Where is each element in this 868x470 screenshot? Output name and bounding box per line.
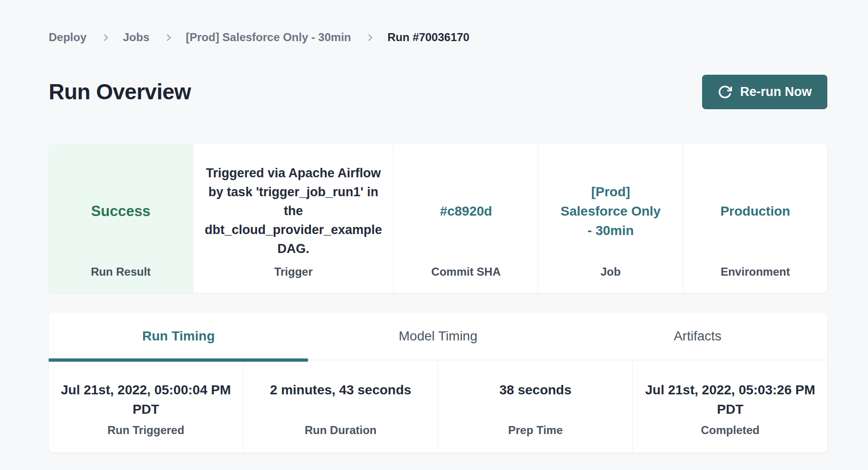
- commit-sha-link[interactable]: #c8920d: [440, 201, 492, 221]
- environment-card: Production Environment: [683, 144, 827, 293]
- run-triggered-label: Run Triggered: [107, 424, 184, 437]
- refresh-icon: [718, 85, 732, 99]
- breadcrumb-job-name[interactable]: [Prod] Salesforce Only - 30min: [186, 31, 351, 44]
- tab-model-timing[interactable]: Model Timing: [308, 313, 568, 360]
- rerun-now-button[interactable]: Re-run Now: [702, 75, 828, 109]
- prep-time-value: 38 seconds: [499, 380, 572, 400]
- page-content: Deploy Jobs [Prod] Salesforce Only - 30m…: [49, 30, 827, 453]
- completed-value: Jul 21st, 2022, 05:03:26 PM PDT: [642, 380, 818, 419]
- run-timing-panel: Jul 21st, 2022, 05:00:04 PM PDT Run Trig…: [49, 360, 827, 452]
- run-duration-cell: 2 minutes, 43 seconds Run Duration: [243, 360, 438, 452]
- run-triggered-value: Jul 21st, 2022, 05:00:04 PM PDT: [58, 380, 234, 419]
- tab-artifacts[interactable]: Artifacts: [568, 313, 827, 360]
- title-row: Run Overview Re-run Now: [49, 70, 827, 113]
- trigger-card: Triggered via Apache Airflow by task 'tr…: [193, 144, 393, 293]
- chevron-right-icon: [164, 34, 172, 41]
- breadcrumb-deploy[interactable]: Deploy: [49, 31, 87, 44]
- tab-run-timing[interactable]: Run Timing: [49, 313, 308, 360]
- prep-time-label: Prep Time: [508, 424, 563, 437]
- completed-cell: Jul 21st, 2022, 05:03:26 PM PDT Complete…: [633, 360, 827, 452]
- job-label: Job: [600, 265, 621, 279]
- job-link[interactable]: [Prod] Salesforce Only - 30min: [560, 182, 662, 240]
- trigger-value: Triggered via Apache Airflow by task 'tr…: [202, 164, 385, 258]
- job-card: [Prod] Salesforce Only - 30min Job: [538, 144, 683, 293]
- environment-label: Environment: [720, 265, 790, 279]
- run-details-card: Run Timing Model Timing Artifacts Jul 21…: [49, 313, 827, 453]
- breadcrumb-run-number: Run #70036170: [387, 31, 469, 44]
- prep-time-cell: 38 seconds Prep Time: [438, 360, 633, 452]
- tab-bar: Run Timing Model Timing Artifacts: [49, 313, 827, 360]
- run-duration-label: Run Duration: [305, 424, 377, 437]
- run-overview-page: Deploy Jobs [Prod] Salesforce Only - 30m…: [0, 0, 868, 470]
- completed-label: Completed: [701, 424, 759, 437]
- run-triggered-cell: Jul 21st, 2022, 05:00:04 PM PDT Run Trig…: [49, 360, 243, 452]
- environment-link[interactable]: Production: [720, 201, 790, 221]
- run-duration-value: 2 minutes, 43 seconds: [270, 380, 411, 400]
- commit-sha-card: #c8920d Commit SHA: [393, 144, 538, 293]
- trigger-label: Trigger: [274, 265, 312, 279]
- run-summary-cards: Success Run Result Triggered via Apache …: [49, 144, 827, 293]
- run-result-value: Success: [91, 201, 151, 221]
- breadcrumb: Deploy Jobs [Prod] Salesforce Only - 30m…: [49, 30, 827, 45]
- commit-sha-label: Commit SHA: [431, 265, 501, 279]
- rerun-button-label: Re-run Now: [740, 85, 812, 99]
- run-result-card: Success Run Result: [49, 144, 193, 293]
- chevron-right-icon: [365, 34, 373, 41]
- run-result-label: Run Result: [91, 265, 151, 279]
- breadcrumb-jobs[interactable]: Jobs: [123, 31, 149, 44]
- page-title: Run Overview: [49, 79, 191, 104]
- chevron-right-icon: [101, 34, 109, 41]
